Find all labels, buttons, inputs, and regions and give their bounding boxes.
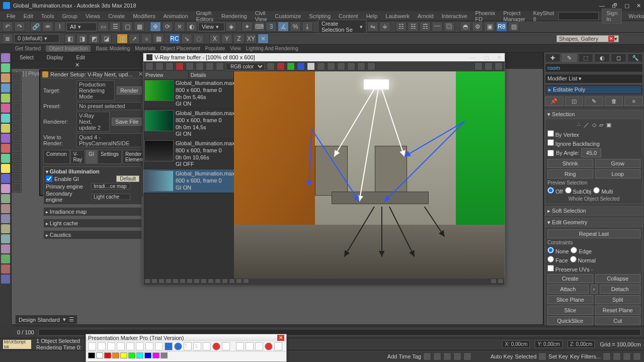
select-manipulate-button[interactable]: ✦ <box>242 22 253 32</box>
vp-tab-edit[interactable]: Edit <box>71 54 90 61</box>
vfb-tool-7[interactable] <box>206 62 214 70</box>
rs-tab-gi[interactable]: GI <box>86 150 97 164</box>
pm-tool-ellipse[interactable] <box>155 342 163 350</box>
use-pivot-button[interactable]: ◈ <box>225 22 236 32</box>
select-place-button[interactable]: ◐ <box>186 22 197 32</box>
softsel-rollout-header[interactable]: ▸ Soft Selection <box>545 206 643 216</box>
slice-button[interactable]: Slice <box>547 306 593 315</box>
modifier-list-dropdown[interactable]: Modifier List ▾ <box>545 74 643 83</box>
render-production-button[interactable]: R8 <box>496 22 507 32</box>
renderer-dropdown[interactable]: V-Ray Next, update 2 <box>76 112 110 132</box>
pm-tool-camera[interactable] <box>274 342 282 350</box>
layer-dropdown[interactable]: 0 (default) ▾ <box>14 34 59 43</box>
subobj-border[interactable]: ◇ <box>592 122 596 128</box>
axis-tool[interactable]: ↘ <box>181 34 192 44</box>
play[interactable] <box>443 352 451 360</box>
render-iterate-button[interactable]: ▤ <box>508 22 519 32</box>
menu-projectmanager[interactable]: Project Manager <box>500 9 528 23</box>
gi-rollout-header[interactable]: ▾ Global illumination <box>46 168 139 174</box>
snap-toggle-button[interactable]: 3 <box>266 22 277 32</box>
stack-unique[interactable]: ✎ <box>585 97 603 106</box>
vfb-tool-15[interactable] <box>367 62 375 70</box>
split-button[interactable]: Split <box>595 295 641 304</box>
goto-end[interactable] <box>463 352 471 360</box>
autokey-button[interactable]: Auto Key <box>491 353 513 359</box>
left-icon-9[interactable] <box>1 134 10 143</box>
pm-swatch-1[interactable] <box>96 352 103 358</box>
layers-tool-2[interactable]: ◨ <box>76 34 88 44</box>
vp-tab-display[interactable]: Display <box>42 54 68 61</box>
pm-tool-eraser[interactable] <box>117 342 125 350</box>
pm-tool-number[interactable]: ① <box>193 342 201 350</box>
tool-c[interactable]: ▦ <box>153 34 164 44</box>
nav-zoom[interactable] <box>603 352 611 360</box>
tool-b[interactable]: ⟐ <box>141 34 152 44</box>
gi-default-button[interactable]: Default <box>116 175 139 182</box>
create-button[interactable]: Create <box>547 274 593 283</box>
editgeom-rollout-header[interactable]: ▾ Edit Geometry <box>545 218 643 227</box>
left-icon-7[interactable] <box>1 114 10 123</box>
toggle-layer-explorer-button[interactable]: ☵ <box>408 22 419 32</box>
setkey-icon[interactable] <box>538 352 546 360</box>
coord-y[interactable]: Y: 0,00cm <box>535 340 562 348</box>
snap-tool-7[interactable] <box>12 133 21 142</box>
left-icon-23[interactable] <box>1 275 10 284</box>
vfb-channel-dropdown[interactable]: RGB color <box>226 63 265 70</box>
loop-button[interactable]: Loop <box>595 169 641 178</box>
vfb-ch-r[interactable] <box>277 62 285 70</box>
select-object-button[interactable]: ▭ <box>98 22 109 32</box>
vfb-minimize[interactable]: — <box>470 54 476 61</box>
enable-gi-checkbox[interactable] <box>46 175 52 182</box>
ignoreback-checkbox[interactable] <box>547 139 554 146</box>
ribbon-object-inspection[interactable]: Object Inspection <box>46 45 91 52</box>
pm-swatch-9[interactable] <box>160 352 168 358</box>
history-item-2[interactable]: Global_Illumination.max800 x 600, frame … <box>143 139 234 169</box>
selection-rollout-header[interactable]: ▾ Selection <box>545 110 643 119</box>
ring-button[interactable]: Ring <box>547 169 593 178</box>
left-icon-3[interactable] <box>1 73 10 82</box>
material-editor-button[interactable]: ◓ <box>460 22 471 32</box>
redo-button[interactable]: ↷ <box>14 22 25 32</box>
coord-x[interactable]: X: 0,00cm <box>502 340 530 348</box>
pm-tool-stop[interactable] <box>222 342 230 350</box>
object-name-input[interactable] <box>545 63 643 72</box>
layer-button[interactable]: ≣ <box>2 34 13 44</box>
stack-remove[interactable]: 🗑 <box>605 97 623 106</box>
quickslice-button[interactable]: QuickSlice <box>547 316 593 325</box>
preset-dropdown[interactable]: No preset selected <box>76 102 142 110</box>
vfb-tool-11[interactable] <box>327 62 335 70</box>
snap-tool-11[interactable] <box>12 173 21 182</box>
caustics-rollout[interactable]: ▸ Caustics <box>43 230 142 239</box>
ribbon-object-placement[interactable]: Object Placement <box>160 46 200 51</box>
pm-tool-stamp[interactable] <box>203 342 211 350</box>
pm-tool-undo[interactable] <box>236 342 244 350</box>
prev-frame[interactable] <box>433 352 441 360</box>
history-item-1[interactable]: Global_Illumination.max800 x 600, frame … <box>143 109 234 139</box>
vfb-ch-b[interactable] <box>297 62 305 70</box>
spinner-snap-button[interactable]: ⭳ <box>302 22 313 32</box>
toggle-ribbon-button[interactable]: ☶ <box>420 22 431 32</box>
byvertex-checkbox[interactable] <box>547 130 554 137</box>
shapes-gallery-panel[interactable]: Shapes, Gallery ▾ ✕ <box>556 35 619 42</box>
left-icon-13[interactable] <box>1 174 10 183</box>
pm-tool-highlight[interactable] <box>107 342 115 350</box>
tool-d[interactable]: ◌ <box>193 34 204 44</box>
menu-animation[interactable]: Animation <box>160 12 192 20</box>
vp-tab-select[interactable]: Select <box>15 54 39 61</box>
pm-swatch-0[interactable] <box>88 352 95 358</box>
presentation-marker-window[interactable]: Presentation Marker Pro (Trial Version)✕… <box>86 334 287 362</box>
vfb-tool-6[interactable] <box>196 62 204 70</box>
pm-tool-record[interactable] <box>212 342 220 350</box>
preview-multi[interactable] <box>593 187 600 194</box>
next-frame[interactable] <box>453 352 461 360</box>
secondary-engine-dropdown[interactable]: Light cache <box>91 194 130 200</box>
select-region-rect-button[interactable]: ▢ <box>122 22 133 32</box>
coord-rc[interactable]: RC <box>169 34 180 44</box>
vfb-tool-stop[interactable] <box>176 62 184 70</box>
vfb-tool-1[interactable] <box>145 62 153 70</box>
left-icon-15[interactable] <box>1 194 10 203</box>
ribbon-lighting[interactable]: Lighting And Rendering <box>246 46 298 51</box>
ribbon-view[interactable]: View <box>230 46 241 51</box>
snap-tool-10[interactable] <box>12 163 21 172</box>
menu-customize[interactable]: Customize <box>271 12 304 20</box>
